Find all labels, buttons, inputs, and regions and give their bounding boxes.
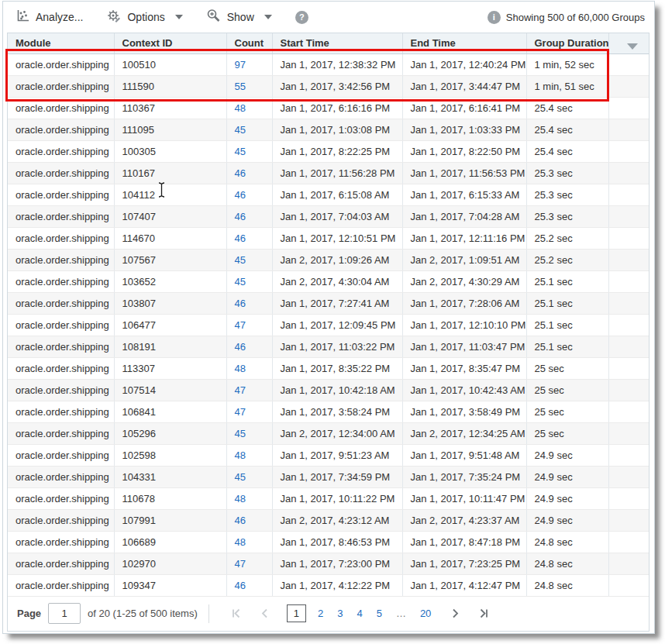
count-link[interactable]: 47 xyxy=(235,319,246,331)
previous-page-icon[interactable] xyxy=(250,608,279,619)
count-link[interactable]: 45 xyxy=(235,146,246,157)
count-link[interactable]: 45 xyxy=(235,428,246,439)
column-header-context-id[interactable]: Context ID xyxy=(114,33,226,53)
column-header-end-time[interactable]: End Time xyxy=(402,33,526,53)
count-link[interactable]: 45 xyxy=(235,254,246,266)
count-link[interactable]: 46 xyxy=(235,211,246,222)
count-link[interactable]: 47 xyxy=(235,406,246,418)
cell-context-id: 113307 xyxy=(114,357,226,379)
show-label: Show xyxy=(227,11,254,23)
cell-context-id: 106477 xyxy=(114,314,226,336)
cell-module: oracle.order.shipping xyxy=(8,466,114,487)
table-row[interactable]: oracle.order.shipping10051097Jan 1, 2017… xyxy=(8,53,649,75)
column-header-count[interactable]: Count xyxy=(226,33,272,53)
showing-text: Showing 500 of 60,000 Groups xyxy=(506,12,645,23)
table-row[interactable]: oracle.order.shipping10380746Jan 1, 2017… xyxy=(8,292,649,314)
count-link[interactable]: 46 xyxy=(235,167,246,179)
count-link[interactable]: 97 xyxy=(235,59,246,71)
page-number-input[interactable] xyxy=(48,603,81,624)
page-link[interactable]: 5 xyxy=(377,608,382,619)
table-row[interactable]: oracle.order.shipping10819146Jan 1, 2017… xyxy=(8,336,649,357)
cell-count: 46 xyxy=(226,336,272,357)
page-link[interactable]: 4 xyxy=(357,608,362,619)
count-link[interactable]: 46 xyxy=(235,232,246,244)
table-row[interactable]: oracle.order.shipping10433145Jan 1, 2017… xyxy=(8,466,649,487)
column-header-module[interactable]: Module xyxy=(8,33,114,53)
table-row[interactable]: oracle.order.shipping11159055Jan 1, 2017… xyxy=(8,75,649,97)
table-row[interactable]: oracle.order.shipping11036748Jan 1, 2017… xyxy=(8,97,649,119)
cell-duration: 25.2 sec xyxy=(526,249,608,270)
cell-module: oracle.order.shipping xyxy=(8,292,114,314)
cell-filler xyxy=(608,227,649,249)
options-button[interactable]: Options xyxy=(106,9,182,26)
cell-context-id: 111095 xyxy=(114,119,226,140)
count-link[interactable]: 46 xyxy=(235,341,246,353)
table-row[interactable]: oracle.order.shipping10668948Jan 1, 2017… xyxy=(8,531,649,553)
count-link[interactable]: 46 xyxy=(235,515,246,526)
column-header-group-duration[interactable]: Group Duration xyxy=(526,33,608,53)
analyze-button[interactable]: Analyze... xyxy=(16,9,83,26)
count-link[interactable]: 48 xyxy=(235,493,246,505)
count-link[interactable]: 45 xyxy=(235,124,246,136)
table-row[interactable]: oracle.order.shipping11016746Jan 1, 2017… xyxy=(8,162,649,184)
cell-filler xyxy=(608,314,649,336)
count-link[interactable]: 48 xyxy=(235,536,246,548)
count-link[interactable]: 45 xyxy=(235,471,246,483)
table-row[interactable]: oracle.order.shipping11330748Jan 1, 2017… xyxy=(8,357,649,379)
table-row[interactable]: oracle.order.shipping10934746Jan 1, 2017… xyxy=(8,574,649,596)
count-link[interactable]: 48 xyxy=(235,449,246,461)
cell-module: oracle.order.shipping xyxy=(8,97,114,119)
cell-start-time: Jan 1, 2017, 4:12:22 PM xyxy=(272,574,402,596)
cell-count: 48 xyxy=(226,357,272,379)
cell-duration: 25.4 sec xyxy=(526,119,608,140)
count-link[interactable]: 47 xyxy=(235,558,246,570)
count-link[interactable]: 46 xyxy=(235,298,246,309)
table-row[interactable]: oracle.order.shipping11467046Jan 1, 2017… xyxy=(8,227,649,249)
cell-context-id: 102970 xyxy=(114,553,226,574)
table-row[interactable]: oracle.order.shipping10799146Jan 2, 2017… xyxy=(8,509,649,531)
count-link[interactable]: 55 xyxy=(235,81,246,92)
cell-module: oracle.order.shipping xyxy=(8,401,114,422)
count-link[interactable]: 46 xyxy=(235,580,246,591)
count-link[interactable]: 48 xyxy=(235,363,246,374)
cell-end-time: Jan 1, 2017, 12:11:16 PM xyxy=(402,227,526,249)
count-link[interactable]: 46 xyxy=(235,189,246,201)
table-row[interactable]: oracle.order.shipping10684147Jan 1, 2017… xyxy=(8,401,649,422)
cell-count: 47 xyxy=(226,401,272,422)
page-link[interactable]: 2 xyxy=(318,608,323,619)
info-icon: i xyxy=(488,11,501,24)
last-page-icon[interactable] xyxy=(470,608,498,619)
table-row[interactable]: oracle.order.shipping10259848Jan 1, 2017… xyxy=(8,444,649,466)
table-row[interactable]: oracle.order.shipping10529645Jan 2, 2017… xyxy=(8,422,649,444)
table-row[interactable]: oracle.order.shipping10647747Jan 1, 2017… xyxy=(8,314,649,336)
sort-descending-icon[interactable] xyxy=(627,43,638,50)
table-row[interactable]: oracle.order.shipping10751447Jan 1, 2017… xyxy=(8,379,649,401)
cell-start-time: Jan 1, 2017, 7:23:00 PM xyxy=(272,553,402,574)
cell-count: 55 xyxy=(226,75,272,97)
page-link[interactable]: 3 xyxy=(337,608,343,619)
table-row[interactable]: oracle.order.shipping10297047Jan 1, 2017… xyxy=(8,553,649,574)
cell-context-id: 105296 xyxy=(114,422,226,444)
table-row[interactable]: oracle.order.shipping10411246Jan 1, 2017… xyxy=(8,184,649,205)
page-link[interactable]: 20 xyxy=(420,608,431,619)
next-page-icon[interactable] xyxy=(441,608,470,619)
count-link[interactable]: 48 xyxy=(235,102,246,114)
table-row[interactable]: oracle.order.shipping11067848Jan 1, 2017… xyxy=(8,487,649,509)
table-row[interactable]: oracle.order.shipping11109545Jan 1, 2017… xyxy=(8,119,649,140)
help-icon[interactable]: ? xyxy=(295,11,308,24)
show-button[interactable]: Show xyxy=(206,9,272,26)
first-page-icon[interactable] xyxy=(222,608,250,619)
count-link[interactable]: 47 xyxy=(235,384,246,396)
table-row[interactable]: oracle.order.shipping10740746Jan 1, 2017… xyxy=(8,205,649,227)
cell-end-time: Jan 1, 2017, 7:35:24 PM xyxy=(402,466,526,487)
column-header-start-time[interactable]: Start Time xyxy=(272,33,402,53)
table-row[interactable]: oracle.order.shipping10756745Jan 2, 2017… xyxy=(8,249,649,270)
groups-table-window: Analyze... Options xyxy=(2,1,655,634)
count-link[interactable]: 45 xyxy=(235,276,246,288)
table-row[interactable]: oracle.order.shipping10030545Jan 1, 2017… xyxy=(8,140,649,162)
cell-filler xyxy=(608,401,649,422)
page-current[interactable]: 1 xyxy=(287,604,306,622)
table-row[interactable]: oracle.order.shipping10365245Jan 2, 2017… xyxy=(8,270,649,292)
cell-count: 45 xyxy=(226,422,272,444)
pager-divider xyxy=(208,604,209,623)
